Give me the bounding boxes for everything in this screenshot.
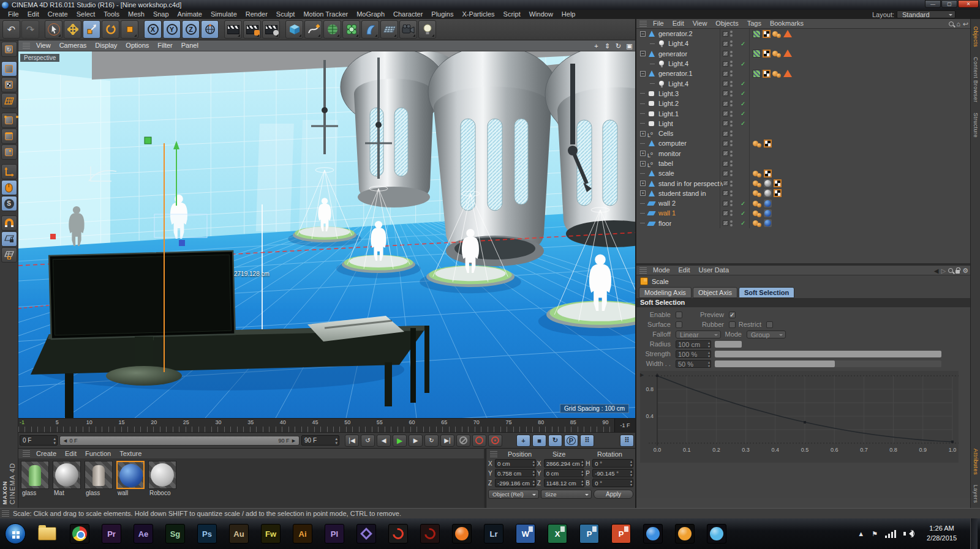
clock[interactable]: 1:26 AM 2/28/2015 <box>921 524 963 543</box>
main-menu-mograph[interactable]: MoGraph <box>352 10 389 19</box>
tab-object-axis[interactable]: Object Axis <box>693 287 737 298</box>
taskbar-app-quicktime[interactable] <box>643 524 663 543</box>
visibility-toggles[interactable] <box>720 99 738 108</box>
visibility-toggles[interactable] <box>720 78 738 88</box>
phong-tag-icon[interactable] <box>753 200 762 207</box>
expander-icon[interactable]: − <box>640 71 646 77</box>
panel-grip[interactable] <box>639 267 647 274</box>
taskbar-app-premiere[interactable]: Pr <box>102 524 121 543</box>
object-manager-menu-bookmarks[interactable]: Bookmarks <box>766 19 808 28</box>
visibility-dots-icon[interactable] <box>730 200 733 206</box>
enabled-check-icon[interactable]: ✓ <box>741 80 748 87</box>
attributes-menu-user-data[interactable]: User Data <box>695 266 734 275</box>
main-menu-x-particles[interactable]: X-Particles <box>458 10 499 19</box>
enabled-check-icon[interactable]: ✓ <box>741 200 748 207</box>
checker-tag-icon[interactable] <box>774 189 782 197</box>
material-wall[interactable]: wall <box>116 461 146 497</box>
falloff-curve-graph[interactable]: ▶ 0.80.40.00.10.20.30.40.50.60.70.80.91.… <box>640 371 965 464</box>
visibility-dots-icon[interactable] <box>730 130 733 136</box>
taskbar-app-powerpoint-blue[interactable]: P <box>579 524 599 543</box>
keyframe-presets-button[interactable]: ⠿ <box>620 435 634 447</box>
taskbar-app-ie-globe[interactable] <box>707 524 726 543</box>
visibility-toggles[interactable] <box>720 89 738 99</box>
layer-box-icon[interactable] <box>723 121 728 126</box>
layer-box-icon[interactable] <box>723 211 728 216</box>
workplane-planar-button[interactable] <box>1 247 17 263</box>
layer-box-icon[interactable] <box>723 91 728 96</box>
snap-toggle-button[interactable]: S <box>1 196 17 211</box>
visibility-toggles[interactable] <box>720 178 738 188</box>
viewport-menu-filter[interactable]: Filter <box>153 41 176 50</box>
spline-pen-button[interactable] <box>304 20 322 39</box>
dock-tab-objects[interactable]: Objects <box>973 21 979 52</box>
falloff-dropdown[interactable]: Linear <box>676 331 721 338</box>
sphere-gray-tag-icon[interactable] <box>764 179 772 187</box>
main-menu-create[interactable]: Create <box>43 10 72 19</box>
tab-soft-selection[interactable]: Soft Selection <box>739 287 794 298</box>
main-menu-sculpt[interactable]: Sculpt <box>272 10 300 19</box>
layer-box-icon[interactable] <box>723 41 728 47</box>
redo-button[interactable]: ↷ <box>21 20 39 39</box>
phong-tag-icon[interactable] <box>753 140 762 148</box>
materials-menu-edit[interactable]: Edit <box>61 449 81 458</box>
points-mode-button[interactable] <box>1 113 17 128</box>
scene-3d[interactable] <box>18 51 635 418</box>
sphere-blue-tag-icon[interactable] <box>764 219 772 227</box>
gear-icon[interactable]: ⚙ <box>962 267 968 275</box>
make-editable-button[interactable]: ↻ <box>1 42 17 57</box>
tab-modeling-axis[interactable]: Modeling Axis <box>639 287 692 298</box>
visibility-toggles[interactable] <box>720 138 738 148</box>
visibility-dots-icon[interactable] <box>730 40 733 47</box>
layout-dropdown[interactable]: Standard <box>897 10 956 18</box>
material-glass[interactable]: glass <box>85 461 114 497</box>
tweak-mode-button[interactable] <box>1 180 17 195</box>
enabled-check-icon[interactable]: ✓ <box>741 61 748 67</box>
visibility-dots-icon[interactable] <box>730 81 733 87</box>
main-menu-character[interactable]: Character <box>389 10 427 19</box>
layer-box-icon[interactable] <box>723 71 728 77</box>
materials-menu-texture[interactable]: Texture <box>115 449 146 458</box>
tree-row-Light-4[interactable]: Light.4✓ <box>636 59 970 69</box>
visibility-toggles[interactable] <box>720 39 738 48</box>
play-button[interactable]: ▶ <box>393 435 407 447</box>
taskbar-app-word[interactable]: W <box>516 524 535 543</box>
back-icon[interactable]: ↩ <box>963 20 968 28</box>
taskbar-app-acrobat[interactable] <box>388 524 408 543</box>
prev-frame-button[interactable]: ◀ <box>377 435 391 447</box>
main-menu-simulate[interactable]: Simulate <box>206 10 241 19</box>
taskbar-app-lightroom[interactable]: Lr <box>484 524 503 543</box>
light-button[interactable] <box>418 20 436 39</box>
coord-field-size-z[interactable]: 1148.12 cm▴▾ <box>544 479 585 487</box>
layer-box-icon[interactable] <box>723 201 728 206</box>
viewport-pan-icon[interactable]: + <box>592 42 601 50</box>
taskbar-app-speedgrade[interactable]: Sg <box>165 524 185 543</box>
start-frame-field[interactable]: 0 F▴▾ <box>20 435 58 446</box>
visibility-toggles[interactable] <box>720 208 738 218</box>
visibility-dots-icon[interactable] <box>730 70 733 77</box>
object-manager-menu-objects[interactable]: Objects <box>711 19 742 28</box>
coordinate-system-button[interactable] <box>201 20 219 39</box>
render-settings-button[interactable] <box>262 20 280 39</box>
checker-tag-icon[interactable] <box>764 140 772 148</box>
main-menu-plugins[interactable]: Plugins <box>427 10 458 19</box>
panel-grip[interactable] <box>23 43 30 49</box>
materials-menu-create[interactable]: Create <box>32 449 61 458</box>
layer-box-icon[interactable] <box>723 151 728 156</box>
tree-row-generator[interactable]: −generator <box>636 49 970 59</box>
restrict-checkbox[interactable] <box>766 321 773 328</box>
coord-field-size-y[interactable]: 0 cm▴▾ <box>544 469 585 477</box>
last-tool-button[interactable] <box>121 20 138 39</box>
search-icon[interactable] <box>949 21 954 26</box>
play-reverse-button[interactable]: ↺ <box>361 435 375 447</box>
tree-row-Light-2[interactable]: Light.2✓ <box>636 99 970 108</box>
main-menu-render[interactable]: Render <box>241 10 272 19</box>
visibility-toggles[interactable] <box>720 218 738 228</box>
coord-mode-dropdown[interactable]: Object (Rel) <box>488 490 539 499</box>
sphere-blue-tag-icon[interactable] <box>764 200 772 207</box>
goto-start-button[interactable]: |◀ <box>345 435 359 447</box>
show-desktop-button[interactable] <box>970 518 978 549</box>
minimize-button[interactable]: — <box>925 0 941 8</box>
render-picture-viewer-button[interactable] <box>243 20 261 39</box>
layer-box-icon[interactable] <box>723 131 728 136</box>
phong-tag-icon[interactable] <box>753 219 762 227</box>
